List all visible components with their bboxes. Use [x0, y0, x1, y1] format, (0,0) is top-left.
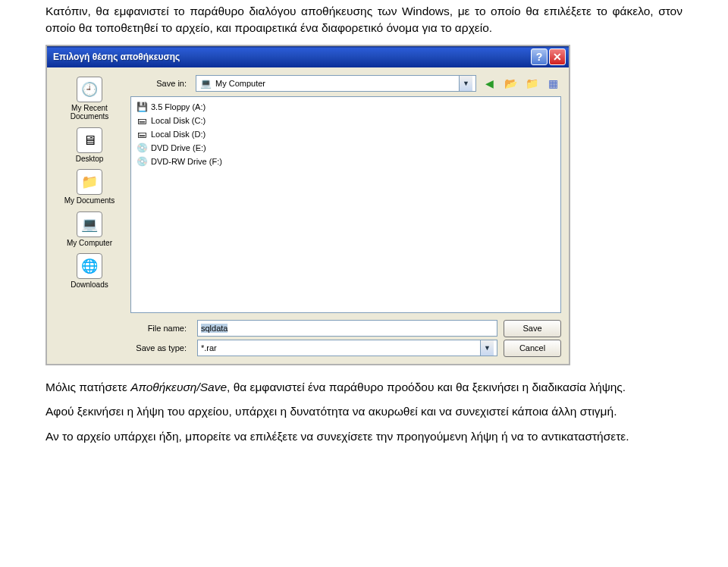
window-title: Επιλογή θέσης αποθήκευσης: [50, 52, 529, 62]
save-in-combo[interactable]: 💻 My Computer ▼: [196, 75, 476, 92]
save-as-type-combo[interactable]: *.rar ▼: [197, 340, 497, 356]
after-paragraph-3: Αν το αρχείο υπάρχει ήδη, μπορείτε να επ…: [46, 428, 682, 445]
save-in-value: My Computer: [215, 79, 455, 88]
mydocuments-icon: 📁: [77, 169, 102, 195]
sidebar-item-downloads[interactable]: 🌐 Downloads: [55, 253, 124, 290]
file-label: Local Disk (C:): [151, 116, 206, 125]
file-label: 3.5 Floppy (A:): [151, 102, 206, 111]
sidebar-item-recent[interactable]: 🕘 My Recent Documents: [55, 77, 124, 121]
titlebar: Επιλογή θέσης αποθήκευσης ? ✕: [47, 46, 569, 67]
file-label: Local Disk (D:): [151, 130, 206, 139]
intro-paragraph: Κατόπιν, θα εμφανιστεί το παράθυρο διαλό…: [46, 3, 682, 37]
back-arrow-icon: ◀: [485, 77, 494, 89]
places-sidebar: 🕘 My Recent Documents 🖥 Desktop 📁 My Doc…: [55, 75, 124, 359]
floppy-icon: 💾: [136, 101, 148, 113]
view-icon: ▦: [548, 77, 558, 89]
save-as-type-label: Save as type:: [130, 343, 191, 352]
sidebar-item-label: My Computer: [55, 239, 124, 248]
save-in-label: Save in:: [130, 79, 191, 88]
help-button[interactable]: ?: [531, 49, 548, 65]
close-button[interactable]: ✕: [549, 49, 566, 65]
chevron-down-icon[interactable]: ▼: [480, 340, 494, 356]
sidebar-item-label: My Documents: [55, 196, 124, 205]
new-folder-button[interactable]: 📁: [523, 75, 540, 92]
cancel-button[interactable]: Cancel: [504, 340, 561, 357]
save-button[interactable]: Save: [504, 320, 561, 337]
sidebar-item-mydocuments[interactable]: 📁 My Documents: [55, 169, 124, 205]
help-icon: ?: [536, 51, 543, 63]
drive-icon: 🖴: [136, 114, 148, 127]
mycomputer-icon: 💻: [199, 77, 212, 89]
back-button[interactable]: ◀: [481, 75, 497, 92]
list-item[interactable]: 🖴 Local Disk (D:): [136, 127, 556, 141]
view-menu-button[interactable]: ▦: [544, 75, 561, 92]
file-name-label: File name:: [130, 324, 191, 333]
desktop-icon: 🖥: [77, 127, 102, 153]
new-folder-icon: 📁: [526, 77, 538, 89]
file-name-input[interactable]: sqldata: [197, 320, 497, 337]
list-item[interactable]: 💾 3.5 Floppy (A:): [136, 100, 556, 114]
downloads-icon: 🌐: [77, 253, 102, 279]
list-item[interactable]: 💿 DVD-RW Drive (F:): [136, 155, 556, 168]
sidebar-item-mycomputer[interactable]: 💻 My Computer: [55, 211, 124, 248]
save-as-type-value: *.rar: [201, 343, 476, 352]
list-item[interactable]: 💿 DVD Drive (E:): [136, 141, 556, 155]
sidebar-item-label: Downloads: [55, 280, 124, 290]
file-label: DVD Drive (E:): [151, 143, 206, 152]
recent-documents-icon: 🕘: [77, 77, 102, 102]
sidebar-item-label: My Recent Documents: [55, 104, 124, 121]
file-label: DVD-RW Drive (F:): [151, 157, 222, 166]
close-icon: ✕: [553, 51, 562, 63]
save-dialog: Επιλογή θέσης αποθήκευσης ? ✕ 🕘 My Recen…: [46, 45, 570, 365]
sidebar-item-label: Desktop: [55, 155, 124, 164]
dvd-rw-icon: 💿: [136, 155, 148, 168]
after-paragraph-2: Αφού ξεκινήσει η λήψη του αρχείου, υπάρχ…: [46, 403, 682, 420]
file-list[interactable]: 💾 3.5 Floppy (A:) 🖴 Local Disk (C:) 🖴 Lo…: [130, 96, 561, 313]
up-button[interactable]: 📂: [502, 75, 519, 92]
chevron-down-icon[interactable]: ▼: [459, 76, 472, 91]
mycomputer-icon: 💻: [77, 211, 102, 237]
after-paragraph-1: Μόλις πατήσετε Αποθήκευση/Save, θα εμφαν…: [46, 379, 682, 396]
folder-up-icon: 📂: [504, 77, 517, 89]
file-name-value: sqldata: [201, 324, 228, 333]
drive-icon: 🖴: [136, 128, 148, 140]
sidebar-item-desktop[interactable]: 🖥 Desktop: [55, 127, 124, 164]
dvd-icon: 💿: [136, 142, 148, 154]
list-item[interactable]: 🖴 Local Disk (C:): [136, 114, 556, 127]
